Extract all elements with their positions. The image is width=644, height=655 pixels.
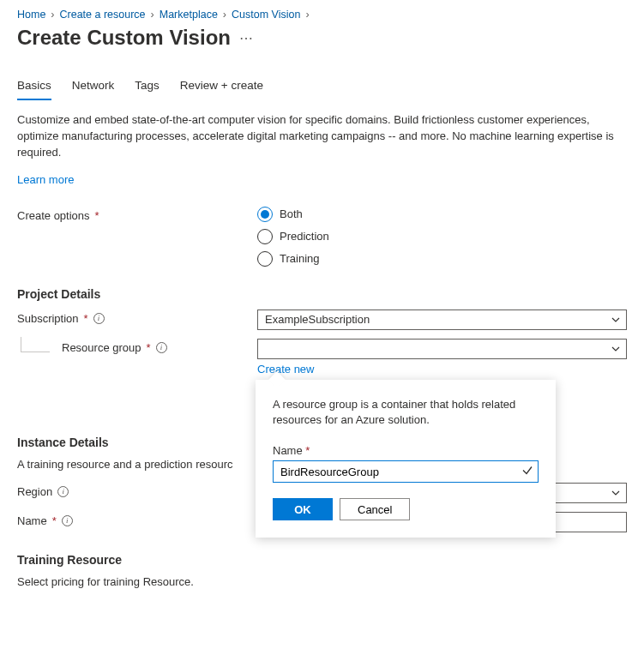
create-options-radio-group: Both Prediction Training — [257, 207, 627, 267]
info-icon[interactable]: i — [93, 313, 105, 324]
chevron-right-icon: › — [151, 9, 154, 21]
create-options-row: Create options * Both Prediction Trainin… — [17, 207, 627, 267]
popup-buttons: OK Cancel — [273, 498, 539, 520]
check-icon — [521, 465, 533, 479]
popup-description: A resource group is a container that hol… — [273, 397, 539, 430]
required-indicator: * — [52, 514, 57, 527]
cancel-button[interactable]: Cancel — [340, 498, 410, 520]
breadcrumb-marketplace[interactable]: Marketplace — [159, 9, 218, 21]
page-title-row: Create Custom Vision ⋯ — [17, 26, 627, 50]
subscription-row: Subscription * i ExampleSubscription — [17, 309, 627, 330]
tab-review-create[interactable]: Review + create — [180, 74, 263, 100]
popup-name-label: Name * — [273, 444, 539, 457]
info-icon[interactable]: i — [57, 486, 69, 497]
tab-basics[interactable]: Basics — [17, 74, 51, 100]
resource-group-select[interactable] — [257, 339, 627, 359]
project-details-title: Project Details — [17, 287, 627, 301]
radio-icon — [257, 229, 273, 244]
radio-prediction[interactable]: Prediction — [257, 229, 627, 244]
radio-training[interactable]: Training — [257, 251, 627, 267]
more-actions-button[interactable]: ⋯ — [239, 30, 254, 46]
create-options-label: Create options * — [17, 207, 257, 222]
subscription-label: Subscription * i — [17, 309, 257, 325]
popup-input-wrap — [273, 460, 539, 483]
chevron-down-icon — [611, 344, 621, 354]
radio-both[interactable]: Both — [257, 207, 627, 222]
create-new-link[interactable]: Create new — [257, 363, 314, 376]
page-title: Create Custom Vision — [17, 26, 231, 50]
chevron-down-icon — [611, 315, 621, 325]
subscription-field: ExampleSubscription — [257, 309, 627, 330]
resource-group-row: Resource group * i Create new A resource… — [17, 339, 627, 376]
chevron-right-icon: › — [305, 9, 309, 21]
subscription-select[interactable]: ExampleSubscription — [257, 309, 627, 330]
ok-button[interactable]: OK — [273, 498, 333, 520]
training-resource-subtitle: Select pricing for training Resource. — [17, 575, 627, 588]
chevron-right-icon: › — [51, 9, 54, 21]
tree-indent-line — [21, 337, 50, 352]
chevron-right-icon: › — [223, 9, 226, 21]
required-indicator: * — [147, 341, 151, 354]
radio-icon — [257, 251, 273, 267]
info-icon[interactable]: i — [62, 515, 73, 526]
breadcrumb-create-resource[interactable]: Create a resource — [60, 9, 146, 21]
chevron-down-icon — [611, 488, 621, 498]
required-indicator: * — [84, 312, 88, 325]
create-resource-group-popup: A resource group is a container that hol… — [256, 380, 556, 538]
resource-group-name-input[interactable] — [273, 460, 539, 483]
intro-text: Customize and embed state-of-the-art com… — [17, 112, 617, 161]
info-icon[interactable]: i — [156, 342, 167, 353]
required-indicator: * — [305, 444, 310, 457]
tab-network[interactable]: Network — [72, 74, 115, 100]
resource-group-label: Resource group * i — [17, 339, 257, 354]
region-label: Region i — [17, 483, 257, 498]
tab-tags[interactable]: Tags — [135, 74, 159, 100]
name-label: Name * i — [17, 512, 257, 527]
breadcrumb-custom-vision[interactable]: Custom Vision — [232, 9, 300, 21]
radio-icon — [257, 207, 273, 222]
tabs: Basics Network Tags Review + create — [17, 74, 627, 100]
resource-group-field: Create new A resource group is a contain… — [257, 339, 627, 376]
training-resource-title: Training Resource — [17, 553, 627, 567]
required-indicator: * — [95, 209, 99, 222]
breadcrumb-home[interactable]: Home — [17, 9, 45, 21]
breadcrumb: Home › Create a resource › Marketplace ›… — [17, 9, 627, 21]
learn-more-link[interactable]: Learn more — [17, 173, 74, 186]
